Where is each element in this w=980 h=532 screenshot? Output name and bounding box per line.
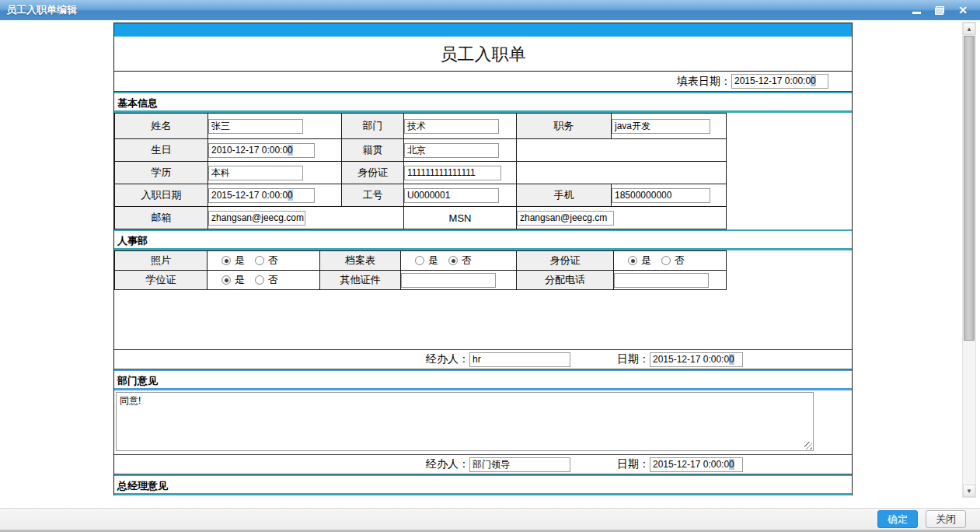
hr-notes-area [114,290,852,349]
emp-no-input[interactable]: U0000001 [404,188,499,203]
hometown-input[interactable]: 北京 [404,143,499,158]
scroll-down-icon[interactable]: ▼ [963,485,975,497]
assigned-phone-input[interactable] [614,273,709,288]
dept-handler-label: 经办人： [426,457,469,471]
photo-no-label: 否 [268,254,278,268]
restore-icon [935,6,944,15]
dept-opinion-textarea[interactable]: 同意! [116,392,814,451]
email-input[interactable]: zhangsan@jeecg.com [208,211,305,226]
hometown-label: 籍贯 [342,139,404,162]
window-titlebar: 员工入职单编辑 ✕ [0,0,980,20]
dept-opinion-text: 同意! [120,395,141,406]
section-header-dept-opinion: 部门意见 [114,369,852,390]
dept-opinion-wrap: 同意! [114,390,852,454]
onboarding-form: 员工入职单 填表日期： 2015-12-17 0:00:00 基本信息 姓名 张… [113,23,853,495]
section-header-basic-info: 基本信息 [114,92,852,113]
dept-input[interactable]: 技术 [404,119,499,134]
resize-grip-icon[interactable] [804,442,812,450]
restore-button[interactable] [933,4,946,16]
education-input[interactable]: 本科 [208,166,303,180]
mobile-input[interactable]: 18500000000 [612,188,710,203]
degree-cert-no-label: 否 [268,273,278,287]
fill-date-label: 填表日期： [677,75,731,89]
name-label: 姓名 [115,114,208,139]
email-label: 邮箱 [115,207,208,229]
minimize-button[interactable] [910,4,922,16]
id-card-input[interactable]: 111111111111111 [404,166,501,180]
emp-no-label: 工号 [342,184,404,207]
id-cert-yes-label: 是 [641,254,651,268]
id-cert-no-label: 否 [675,254,685,268]
hr-handler-input[interactable]: hr [469,352,570,367]
vertical-scrollbar[interactable]: ▲ ▼ [962,22,976,498]
other-cert-label: 其他证件 [320,271,401,290]
ok-button[interactable]: 确定 [877,510,918,528]
id-cert-label: 身份证 [517,251,614,271]
id-card-label: 身份证 [342,162,404,184]
fill-date-input[interactable]: 2015-12-17 0:00:00 [731,74,828,89]
birthday-label: 生日 [115,139,208,162]
archive-yes-radio[interactable] [415,256,424,265]
msn-label: MSN [404,207,517,229]
id-cert-yes-radio[interactable] [628,256,637,265]
section-header-gm-opinion: 总经理意见 [114,474,852,495]
dialog-footer: 确定 关闭 [0,508,980,532]
window-title: 员工入职单编辑 [6,3,77,17]
dialog-content: 员工入职单 填表日期： 2015-12-17 0:00:00 基本信息 姓名 张… [0,20,980,508]
hr-checklist-table: 照片 是 否 档案表 是 否 身份证 是 否 学位证 是 [114,250,727,290]
dept-label: 部门 [342,114,404,139]
dept-handler-input[interactable]: 部门领导 [469,457,570,472]
window-controls: ✕ [910,4,974,16]
photo-yes-label: 是 [235,254,245,268]
hr-date-input[interactable]: 2015-12-17 0:00:00 [650,352,743,367]
archive-label: 档案表 [320,251,401,271]
mobile-label: 手机 [517,184,612,207]
close-button[interactable]: ✕ [957,4,969,16]
form-header-bar [114,23,852,37]
id-cert-no-radio[interactable] [661,256,671,265]
form-title: 员工入职单 [114,37,852,72]
photo-no-radio[interactable] [255,256,264,265]
hr-handler-label: 经办人： [426,352,469,366]
scroll-up-icon[interactable]: ▲ [963,23,975,35]
degree-cert-no-radio[interactable] [255,275,264,285]
hire-date-label: 入职日期 [115,184,208,207]
close-dialog-button[interactable]: 关闭 [926,510,966,528]
scrollbar-thumb[interactable] [964,36,975,341]
hr-date-label: 日期： [617,352,650,366]
degree-cert-yes-label: 是 [235,273,245,287]
degree-cert-label: 学位证 [115,271,208,290]
dept-date-input[interactable]: 2015-12-17 0:00:00 [650,457,743,472]
birthday-input[interactable]: 2010-12-17 0:00:00 [208,143,315,158]
photo-yes-radio[interactable] [221,256,231,265]
assigned-phone-label: 分配电话 [517,271,614,290]
hr-handler-row: 经办人： hr 日期： 2015-12-17 0:00:00 [114,349,852,369]
archive-no-radio[interactable] [448,256,458,265]
other-cert-input[interactable] [401,273,496,288]
section-header-hr-dept: 人事部 [114,229,852,250]
education-label: 学历 [115,162,208,184]
dept-handler-row: 经办人： 部门领导 日期： 2015-12-17 0:00:00 [114,454,852,474]
position-input[interactable]: java开发 [612,119,710,134]
name-input[interactable]: 张三 [208,119,303,134]
degree-cert-yes-radio[interactable] [221,275,231,285]
photo-label: 照片 [115,251,208,271]
dept-date-label: 日期： [617,457,650,471]
basic-info-table: 姓名 张三 部门 技术 职务 java开发 生日 2010-12-17 0:00… [114,113,727,229]
fill-date-row: 填表日期： 2015-12-17 0:00:00 [114,72,852,92]
msn-input[interactable]: zhangsan@jeecg.cm [517,211,614,226]
minimize-icon [912,12,921,14]
archive-yes-label: 是 [428,254,438,268]
archive-no-label: 否 [462,254,472,268]
position-label: 职务 [517,114,612,139]
hire-date-input[interactable]: 2015-12-17 0:00:00 [208,188,315,203]
